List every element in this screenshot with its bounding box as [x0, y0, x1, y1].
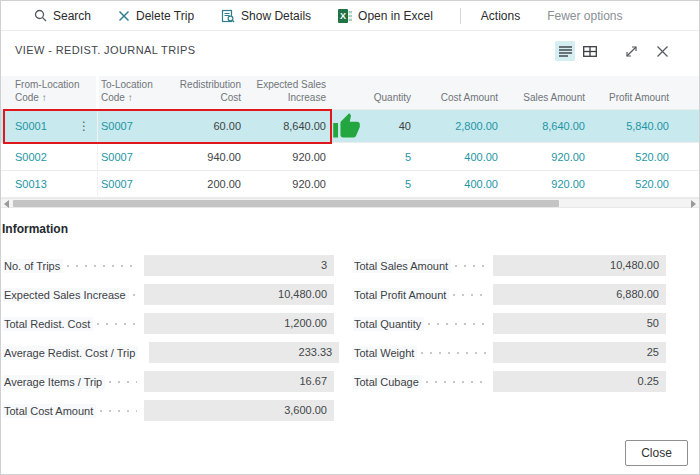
from-location-link[interactable]: S0002 [15, 151, 47, 163]
scroll-left-arrow[interactable] [4, 200, 9, 208]
excel-icon: X [338, 9, 352, 23]
search-label: Search [53, 9, 91, 23]
close-dialog-button[interactable] [652, 41, 672, 61]
dotted-leader [421, 352, 486, 354]
cell-cost-amount[interactable]: 400.00 [419, 178, 506, 190]
info-field-value: 10,480.00 [144, 284, 334, 305]
actions-menu[interactable]: Actions [481, 9, 520, 23]
toolbar: Search Delete Trip Show Details X Open i… [1, 1, 699, 31]
info-field-label: Expected Sales Increase [3, 288, 129, 302]
cell-profit-amount[interactable]: 5,840.00 [593, 120, 677, 132]
table-header-row: From-Location Code ↑ To-Location Code ↑ … [1, 76, 699, 110]
info-field-value: 3,600.00 [144, 400, 334, 421]
info-field-total-quantity: Total Quantity 50 [353, 309, 666, 338]
info-field-label: Total Cubage [353, 375, 422, 389]
from-location-link[interactable]: S0013 [15, 178, 47, 190]
table-row[interactable]: S0013 S0007 200.00 920.00 5 400.00 920.0… [1, 171, 699, 198]
col-header-redistribution-cost[interactable]: Redistribution Cost [173, 79, 249, 104]
scrollbar-thumb[interactable] [13, 200, 559, 207]
fewer-options-label: Fewer options [547, 9, 622, 23]
search-button[interactable]: Search [34, 9, 91, 23]
close-button[interactable]: Close [625, 440, 688, 466]
horizontal-scrollbar[interactable] [1, 198, 699, 208]
cell-profit-amount[interactable]: 520.00 [593, 178, 677, 190]
expand-button[interactable] [621, 41, 641, 61]
col-header-from-location[interactable]: From-Location Code ↑ [1, 79, 97, 104]
info-field-label: Total Redist. Cost [3, 317, 93, 331]
info-field-value: 6,880.00 [493, 284, 666, 305]
page-title: VIEW - REDIST. JOURNAL TRIPS [15, 44, 196, 56]
show-details-icon [221, 9, 235, 23]
cell-sales-amount[interactable]: 920.00 [506, 151, 593, 163]
info-field-value: 25 [493, 342, 666, 363]
fewer-options-button[interactable]: Fewer options [547, 9, 622, 23]
cell-expected-sales-increase: 920.00 [249, 178, 334, 190]
info-field-expected-sales-increase: Expected Sales Increase 10,480.00 [3, 280, 334, 309]
to-location-link[interactable]: S0007 [101, 120, 133, 132]
info-field-label: Total Sales Amount [353, 259, 451, 273]
search-icon [34, 9, 47, 22]
info-field-label: Total Cost Amount [3, 404, 96, 418]
cell-sales-amount[interactable]: 8,640.00 [506, 120, 593, 132]
info-field-total-cubage: Total Cubage 0.25 [353, 367, 666, 396]
card-view-icon [583, 46, 597, 57]
from-location-link[interactable]: S0001 [15, 120, 47, 132]
info-field-no-of-trips: No. of Trips 3 [3, 251, 334, 280]
cell-redistribution-cost: 940.00 [173, 151, 249, 163]
show-details-button[interactable]: Show Details [221, 9, 311, 23]
col-header-to-location[interactable]: To-Location Code ↑ [97, 79, 173, 104]
information-right-column: Total Sales Amount 10,480.00 Total Profi… [353, 251, 666, 396]
info-field-total-weight: Total Weight 25 [353, 338, 666, 367]
col-header-sales-amount[interactable]: Sales Amount [506, 92, 593, 105]
information-heading: Information [2, 222, 68, 236]
info-field-value: 50 [493, 313, 666, 334]
row-menu-icon[interactable]: ⋮ [78, 120, 90, 132]
delete-icon [118, 10, 130, 22]
close-icon [656, 45, 669, 58]
cell-cost-amount[interactable]: 400.00 [419, 151, 506, 163]
cell-quantity[interactable]: 5 [334, 151, 419, 163]
info-field-average-redist-cost-per-trip: Average Redist. Cost / Trip 233.33 [3, 338, 334, 367]
trips-table: From-Location Code ↑ To-Location Code ↑ … [1, 76, 699, 198]
info-field-label: Total Weight [353, 346, 417, 360]
info-field-value: 1,200.00 [144, 313, 334, 334]
cell-profit-amount[interactable]: 520.00 [593, 151, 677, 163]
cell-redistribution-cost: 200.00 [173, 178, 249, 190]
info-field-value: 10,480.00 [493, 255, 666, 276]
info-field-total-profit-amount: Total Profit Amount 6,880.00 [353, 280, 666, 309]
information-left-column: No. of Trips 3 Expected Sales Increase 1… [3, 251, 334, 425]
info-field-value: 16.67 [144, 371, 334, 392]
redist-journal-trips-dialog: Search Delete Trip Show Details X Open i… [0, 0, 700, 475]
to-location-link[interactable]: S0007 [101, 151, 133, 163]
cell-sales-amount[interactable]: 920.00 [506, 178, 593, 190]
cell-cost-amount[interactable]: 2,800.00 [419, 120, 506, 132]
info-field-average-items-per-trip: Average Items / Trip 16.67 [3, 367, 334, 396]
list-view-icon [559, 46, 572, 57]
dotted-leader [426, 381, 486, 383]
dotted-leader [67, 265, 137, 267]
dotted-leader [453, 294, 486, 296]
toolbar-divider [460, 8, 461, 24]
table-row[interactable]: S0002 S0007 940.00 920.00 5 400.00 920.0… [1, 143, 699, 171]
cell-expected-sales-increase: 920.00 [249, 151, 334, 163]
info-field-value: 3 [144, 255, 334, 276]
col-header-profit-amount[interactable]: Profit Amount [593, 92, 677, 105]
card-view-button[interactable] [580, 41, 600, 61]
info-field-total-cost-amount: Total Cost Amount 3,600.00 [3, 396, 334, 425]
actions-label: Actions [481, 9, 520, 23]
info-field-label: Total Quantity [353, 317, 424, 331]
open-in-excel-button[interactable]: X Open in Excel [338, 9, 433, 23]
list-view-button[interactable] [555, 41, 575, 61]
info-field-value: 233.33 [149, 342, 339, 363]
col-header-expected-sales-increase[interactable]: Expected Sales Increase [249, 79, 334, 104]
col-header-quantity[interactable]: Quantity [334, 92, 419, 105]
scroll-right-arrow[interactable] [691, 200, 696, 208]
to-location-link[interactable]: S0007 [101, 178, 133, 190]
dotted-leader [428, 323, 486, 325]
col-header-cost-amount[interactable]: Cost Amount [419, 92, 506, 105]
delete-trip-label: Delete Trip [136, 9, 194, 23]
cell-redistribution-cost: 60.00 [173, 120, 249, 132]
delete-trip-button[interactable]: Delete Trip [118, 9, 194, 23]
cell-quantity[interactable]: 5 [334, 178, 419, 190]
dotted-leader [97, 323, 137, 325]
